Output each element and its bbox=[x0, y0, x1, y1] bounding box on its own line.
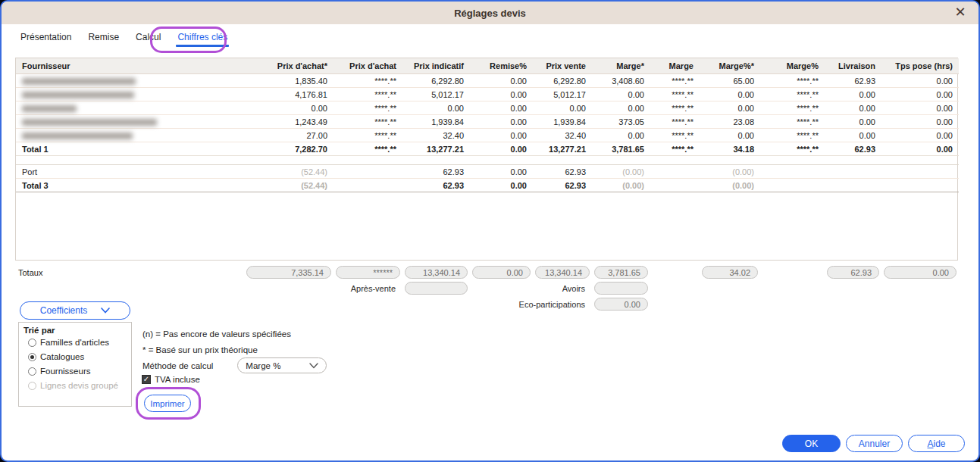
supplier-cell-redacted bbox=[16, 74, 198, 88]
total-pill: ****** bbox=[336, 266, 400, 279]
close-icon[interactable]: ✕ bbox=[953, 5, 968, 20]
tab-pr-sentation[interactable]: Présentation bbox=[20, 32, 71, 48]
table-cell bbox=[650, 165, 700, 179]
sort-by-title: Trié par bbox=[23, 326, 127, 335]
table-cell: 0.00 bbox=[198, 101, 333, 115]
table-cell: (52.44) bbox=[198, 179, 333, 192]
row-label: Total 1 bbox=[16, 142, 198, 156]
calc-method-select[interactable]: Marge % bbox=[237, 357, 327, 373]
redacted-supplier-name bbox=[22, 92, 134, 98]
supplier-cell-redacted bbox=[16, 88, 198, 101]
column-header: Livraison bbox=[825, 58, 881, 74]
column-header: Prix indicatif bbox=[402, 58, 470, 74]
radio-catalogues[interactable]: Catalogues bbox=[28, 352, 127, 361]
radio-familles-d-articles[interactable]: Familles d'articles bbox=[28, 338, 127, 347]
table-cell: ****.** bbox=[333, 74, 402, 88]
supplier-cell-redacted bbox=[16, 101, 198, 115]
table-cell: 1,939.84 bbox=[533, 115, 592, 129]
help-button[interactable]: Aide bbox=[908, 435, 965, 452]
totaux-label: Totaux bbox=[15, 268, 197, 277]
table-cell: ****.** bbox=[760, 115, 825, 129]
table-cell bbox=[825, 165, 881, 179]
table-cell bbox=[881, 165, 959, 179]
tva-checkbox-row[interactable]: ✓ TVA incluse bbox=[142, 375, 200, 384]
table-cell: (0.00) bbox=[592, 179, 650, 192]
table-cell: 62.93 bbox=[533, 165, 592, 179]
row-label: Total 3 bbox=[16, 179, 198, 192]
table-cell: 0.00 bbox=[470, 142, 533, 156]
radio-fournisseurs[interactable]: Fournisseurs bbox=[28, 367, 127, 376]
table-cell: ****.** bbox=[333, 129, 402, 142]
eco-participations-label: Eco-participations bbox=[519, 300, 591, 309]
table-row: 1,835.40****.**6,292.800.006,292.803,408… bbox=[16, 74, 959, 88]
dialog-title: Réglages devis bbox=[454, 8, 526, 19]
cancel-button[interactable]: Annuler bbox=[846, 435, 903, 452]
legend-note-n: (n) = Pas encore de valeurs spécifiées bbox=[142, 326, 291, 342]
table-cell: 0.00 bbox=[470, 101, 533, 115]
table-cell: 0.00 bbox=[592, 88, 650, 101]
imprimer-label: Imprimer bbox=[150, 399, 184, 408]
avoirs-label: Avoirs bbox=[562, 284, 591, 293]
table-cell: 0.00 bbox=[825, 115, 881, 129]
table-cell bbox=[333, 179, 402, 192]
imprimer-button[interactable]: Imprimer bbox=[144, 395, 191, 412]
sort-by-group: Trié par Familles d'articlesCataloguesFo… bbox=[18, 322, 132, 407]
table-cell: (0.00) bbox=[700, 179, 760, 192]
key-figures-table: FournisseurPrix d'achat*Prix d'achatPrix… bbox=[15, 58, 958, 261]
table-cell: 0.00 bbox=[825, 101, 881, 115]
coefficients-label: Coefficients bbox=[40, 305, 87, 316]
redacted-supplier-name bbox=[22, 78, 136, 85]
column-header: Marge bbox=[650, 58, 700, 74]
table-cell: 1,939.84 bbox=[402, 115, 470, 129]
chevron-down-icon bbox=[101, 307, 110, 314]
table-row: 4,176.81****.**5,012.170.005,012.170.00*… bbox=[16, 88, 959, 101]
supplier-cell-redacted bbox=[16, 115, 198, 129]
reglages-devis-dialog: Réglages devis ✕ PrésentationRemiseCalcu… bbox=[0, 0, 980, 462]
radio-icon[interactable] bbox=[28, 353, 36, 361]
total-pill: 0.00 bbox=[472, 266, 531, 279]
legend-notes: (n) = Pas encore de valeurs spécifiées *… bbox=[142, 326, 291, 358]
legend-note-asterisk: * = Basé sur un prix théorique bbox=[142, 342, 291, 358]
tab-remise[interactable]: Remise bbox=[88, 32, 119, 48]
table-row: 1,243.49****.**1,939.840.001,939.84373.0… bbox=[16, 115, 959, 129]
coefficients-button[interactable]: Coefficients bbox=[20, 301, 130, 320]
radio-icon[interactable] bbox=[28, 367, 36, 376]
table-cell: (0.00) bbox=[592, 165, 650, 179]
ok-button[interactable]: OK bbox=[782, 435, 841, 452]
avoirs-pill bbox=[594, 282, 648, 295]
radio-icon[interactable] bbox=[28, 339, 36, 347]
apres-vente-pill bbox=[405, 282, 468, 295]
table-cell: 0.00 bbox=[700, 129, 760, 142]
table-cell bbox=[825, 179, 881, 192]
tab-chiffres-cl-s[interactable]: Chiffres clés bbox=[177, 32, 227, 48]
column-header: Remise% bbox=[470, 58, 533, 74]
spacer-row bbox=[16, 156, 959, 165]
table-cell: ****.** bbox=[650, 142, 700, 156]
table-cell: 6,292.80 bbox=[402, 74, 470, 88]
table-cell: ****.** bbox=[760, 129, 825, 142]
title-bar: Réglages devis ✕ bbox=[2, 2, 978, 24]
table-cell bbox=[881, 179, 959, 192]
table-cell: 62.93 bbox=[533, 179, 592, 192]
eco-participations-pill: 0.00 bbox=[594, 298, 648, 311]
checkbox-checked-icon[interactable]: ✓ bbox=[142, 375, 151, 384]
table-row-total-3: Total 3(52.44)62.930.0062.93(0.00)(0.00) bbox=[16, 179, 959, 192]
table-cell: 0.00 bbox=[592, 129, 650, 142]
column-header: Prix vente bbox=[533, 58, 592, 74]
redacted-supplier-name bbox=[22, 119, 157, 126]
tab-calcul[interactable]: Calcul bbox=[136, 32, 161, 48]
table-cell: 0.00 bbox=[825, 88, 881, 101]
table-cell: 0.00 bbox=[881, 142, 959, 156]
table-cell: 62.93 bbox=[825, 74, 881, 88]
table-cell: ****.** bbox=[760, 74, 825, 88]
table-cell: 0.00 bbox=[470, 165, 533, 179]
table-cell: 5,012.17 bbox=[402, 88, 470, 101]
table-cell: 27.00 bbox=[198, 129, 333, 142]
radio-label: Familles d'articles bbox=[40, 338, 109, 347]
radio-label: Fournisseurs bbox=[40, 367, 90, 376]
table-cell: ****.** bbox=[650, 129, 700, 142]
table-cell: 5,012.17 bbox=[533, 88, 592, 101]
table-cell: 0.00 bbox=[700, 88, 760, 101]
table-cell: 1,835.40 bbox=[198, 74, 333, 88]
total-pill: 13,340.14 bbox=[405, 266, 468, 279]
